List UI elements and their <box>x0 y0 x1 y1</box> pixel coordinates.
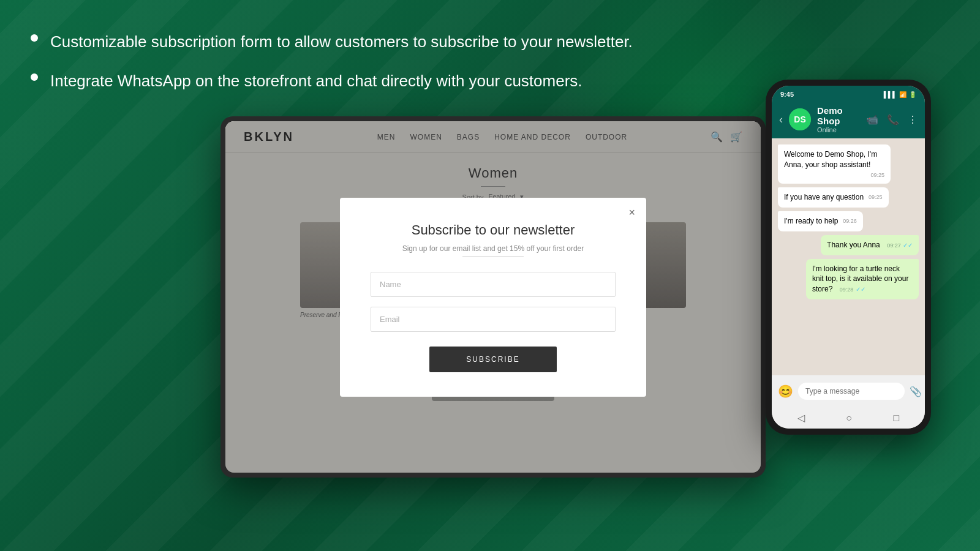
phone-call-icon[interactable]: 📞 <box>887 114 899 126</box>
message-5-ticks: ✓✓ <box>856 286 865 293</box>
newsletter-modal: × Subscribe to our newsletter Sign up fo… <box>340 198 646 397</box>
contact-status: Online <box>817 126 860 133</box>
bullet-dot-2 <box>31 73 38 81</box>
chat-input-bar: 😊 📎 📷 🎤 <box>772 375 925 407</box>
message-1: Welcome to Demo Shop, I'm Anna, your sho… <box>778 144 891 184</box>
contact-info: Demo Shop Online <box>817 105 860 133</box>
message-2-text: If you have any question <box>784 193 864 201</box>
phone-time: 9:45 <box>780 91 794 98</box>
signal-icon: ▌▌▌ <box>884 91 897 98</box>
video-call-icon[interactable]: 📹 <box>866 114 878 126</box>
modal-overlay: × Subscribe to our newsletter Sign up fo… <box>225 121 761 473</box>
modal-title: Subscribe to our newsletter <box>371 222 616 238</box>
header-action-icons: 📹 📞 ⋮ <box>866 114 918 126</box>
message-4: Thank you Anna 09:27 ✓✓ <box>821 235 919 255</box>
message-1-time: 09:25 <box>870 171 884 179</box>
recents-nav-icon[interactable]: □ <box>894 413 900 424</box>
wifi-icon: 📶 <box>899 91 907 98</box>
modal-divider <box>462 257 524 257</box>
phone-status-bar: 9:45 ▌▌▌ 📶 🔋 <box>772 86 925 100</box>
battery-icon: 🔋 <box>909 91 916 98</box>
message-4-time: 09:27 <box>887 242 901 249</box>
subscribe-button[interactable]: SUBSCRIBE <box>429 347 556 372</box>
phone-mockup: 9:45 ▌▌▌ 📶 🔋 ‹ DS Demo Shop Online 📹 <box>766 80 931 435</box>
feature-list: Customizable subscription form to allow … <box>31 31 633 110</box>
svg-text:DS: DS <box>794 114 805 124</box>
message-5: I'm looking for a turtle neck knit top, … <box>806 259 919 299</box>
bullet-text-2: Integrate WhatsApp on the storefront and… <box>50 70 582 92</box>
message-input[interactable] <box>798 383 905 400</box>
contact-avatar: DS <box>789 108 811 130</box>
more-options-icon[interactable]: ⋮ <box>908 114 918 126</box>
message-3-text: I'm ready to help <box>784 217 838 225</box>
message-3-time: 09:26 <box>843 217 857 225</box>
paperclip-icon[interactable]: 📎 <box>910 386 922 397</box>
bullet-item-1: Customizable subscription form to allow … <box>31 31 633 53</box>
phone-screen: 9:45 ▌▌▌ 📶 🔋 ‹ DS Demo Shop Online 📹 <box>772 86 925 429</box>
tablet-mockup: BKLYN MEN WOMEN BAGS HOME AND DECOR OUTD… <box>221 116 766 478</box>
modal-subtitle: Sign up for our email list and get 15% o… <box>371 244 616 253</box>
email-input[interactable] <box>371 307 616 332</box>
emoji-icon[interactable]: 😊 <box>778 384 793 399</box>
bullet-item-2: Integrate WhatsApp on the storefront and… <box>31 70 633 92</box>
home-nav-icon[interactable]: ○ <box>846 413 852 424</box>
message-5-time: 09:28 <box>840 287 854 293</box>
message-4-ticks: ✓✓ <box>903 242 913 249</box>
message-1-text: Welcome to Demo Shop, I'm Anna, your sho… <box>784 150 877 169</box>
tablet-screen: BKLYN MEN WOMEN BAGS HOME AND DECOR OUTD… <box>225 121 761 473</box>
whatsapp-header: ‹ DS Demo Shop Online 📹 📞 ⋮ <box>772 100 925 138</box>
message-3: I'm ready to help 09:26 <box>778 211 863 231</box>
contact-name: Demo Shop <box>817 105 860 126</box>
back-nav-icon[interactable]: ◁ <box>797 412 805 424</box>
back-button[interactable]: ‹ <box>779 113 783 126</box>
name-input[interactable] <box>371 272 616 297</box>
phone-status-icons: ▌▌▌ 📶 🔋 <box>884 91 916 98</box>
message-2: If you have any question 09:25 <box>778 187 889 208</box>
modal-close-button[interactable]: × <box>628 206 635 219</box>
android-nav: ◁ ○ □ <box>772 407 925 429</box>
bullet-dot-1 <box>31 34 38 42</box>
bullet-text-1: Customizable subscription form to allow … <box>50 31 633 53</box>
chat-messages: Welcome to Demo Shop, I'm Anna, your sho… <box>772 138 925 375</box>
message-4-text: Thank you Anna <box>827 241 880 249</box>
attachment-icons: 📎 📷 <box>910 386 925 397</box>
message-2-time: 09:25 <box>869 193 883 201</box>
